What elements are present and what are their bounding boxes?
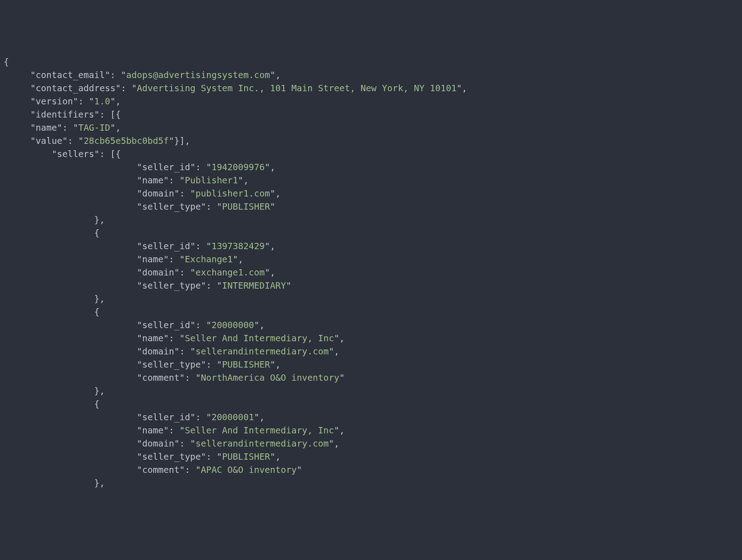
json-token: " — [137, 320, 143, 330]
json-token: sellerandintermediary.com — [196, 346, 329, 357]
json-token: publisher1.com — [196, 188, 270, 199]
json-token: value — [35, 136, 62, 146]
json-token: " — [137, 201, 143, 212]
json-token: " — [137, 267, 143, 278]
json-token: Advertising System Inc., 101 Main Street… — [137, 83, 457, 93]
json-token: " — [52, 149, 57, 159]
json-token: seller_id — [142, 162, 190, 172]
json-token: name — [142, 425, 163, 436]
json-token: " — [137, 359, 143, 370]
json-token: version — [35, 96, 73, 107]
json-token: domain — [142, 267, 174, 278]
json-token: " — [30, 83, 36, 93]
json-token: " — [137, 425, 143, 436]
json-token: ", — [334, 425, 344, 436]
json-token: { — [94, 399, 100, 409]
json-token: ", — [270, 452, 280, 462]
json-token: ", — [265, 162, 275, 172]
json-token: ": " — [163, 175, 185, 186]
json-token: seller_id — [142, 241, 190, 251]
json-token: { — [4, 57, 9, 67]
json-token: " — [270, 201, 275, 212]
json-token: " — [137, 412, 143, 422]
json-token: Exchange1 — [185, 254, 233, 265]
json-token: ": " — [179, 465, 201, 475]
json-token: PUBLISHER — [222, 359, 270, 370]
json-token: ": " — [163, 254, 185, 265]
json-token: sellers — [57, 149, 94, 159]
json-token: " — [137, 254, 143, 265]
json-token: }, — [94, 478, 105, 488]
json-token: 20000001 — [211, 412, 254, 422]
json-token: ", — [238, 175, 249, 186]
json-token: ", — [270, 70, 280, 80]
json-token: " — [137, 333, 143, 344]
json-token: ": " — [201, 201, 222, 212]
json-token: " — [137, 438, 143, 449]
json-token: identifiers — [35, 109, 94, 120]
json-token: " — [30, 96, 36, 107]
json-token: ": " — [190, 241, 211, 251]
json-token: seller_type — [142, 201, 201, 212]
json-token: ": " — [174, 267, 196, 278]
json-token: seller_id — [142, 320, 190, 330]
json-token: seller_type — [142, 280, 201, 291]
json-token: ", — [265, 241, 275, 251]
json-token: adops@advertisingsystem.com — [126, 70, 270, 80]
json-token: ": " — [174, 438, 196, 449]
json-token: seller_type — [142, 452, 201, 462]
json-token: ", — [270, 359, 280, 370]
json-token: ": " — [190, 162, 211, 172]
json-token: ": " — [190, 412, 211, 422]
json-token: " — [286, 280, 291, 291]
json-token: ": " — [174, 188, 196, 199]
json-token: " — [137, 465, 143, 475]
json-token: ": " — [57, 123, 78, 133]
json-token: ", — [265, 267, 275, 278]
json-token: }, — [94, 386, 105, 396]
json-token: ": " — [201, 280, 222, 291]
json-token: "}], — [169, 136, 190, 146]
json-token: }, — [94, 215, 105, 225]
json-token: ", — [329, 346, 339, 357]
json-token: comment — [142, 373, 179, 383]
json-token: Publisher1 — [185, 175, 238, 186]
json-token: ": " — [163, 333, 185, 344]
json-token: ": " — [62, 136, 84, 146]
json-token: " — [30, 70, 36, 80]
json-token: ", — [270, 188, 280, 199]
json-token: ": [{ — [94, 149, 121, 159]
json-token: { — [94, 228, 100, 238]
json-token: PUBLISHER — [222, 452, 270, 462]
json-token: " — [339, 373, 345, 383]
json-token: ": " — [73, 96, 94, 107]
json-token: " — [137, 162, 143, 172]
json-token: { — [94, 307, 100, 317]
json-token: ", — [457, 83, 467, 93]
json-token: " — [30, 109, 36, 120]
json-token: name — [142, 254, 163, 265]
json-token: " — [137, 346, 143, 357]
json-token: sellerandintermediary.com — [196, 438, 329, 449]
json-code-block: { "contact_email": "adops@advertisingsys… — [4, 55, 738, 490]
json-token: INTERMEDIARY — [222, 280, 286, 291]
json-token: ": " — [201, 452, 222, 462]
json-token: " — [137, 175, 143, 186]
json-token: seller_id — [142, 412, 190, 422]
json-token: comment — [142, 465, 179, 475]
json-token: ", — [110, 123, 121, 133]
json-token: ": " — [190, 320, 211, 330]
json-token: name — [142, 175, 163, 186]
json-token: domain — [142, 188, 174, 199]
json-token: ", — [233, 254, 243, 265]
json-token: ": " — [179, 373, 201, 383]
json-token: ", — [110, 96, 121, 107]
json-token: 1.0 — [94, 96, 110, 107]
json-token: " — [137, 280, 143, 291]
json-token: contact_email — [35, 70, 105, 80]
json-token: NorthAmerica O&O inventory — [201, 373, 339, 383]
json-token: Seller And Intermediary, Inc — [185, 425, 334, 436]
json-token: " — [137, 452, 143, 462]
json-token: ": " — [116, 83, 137, 93]
json-token: TAG-ID — [78, 123, 110, 133]
